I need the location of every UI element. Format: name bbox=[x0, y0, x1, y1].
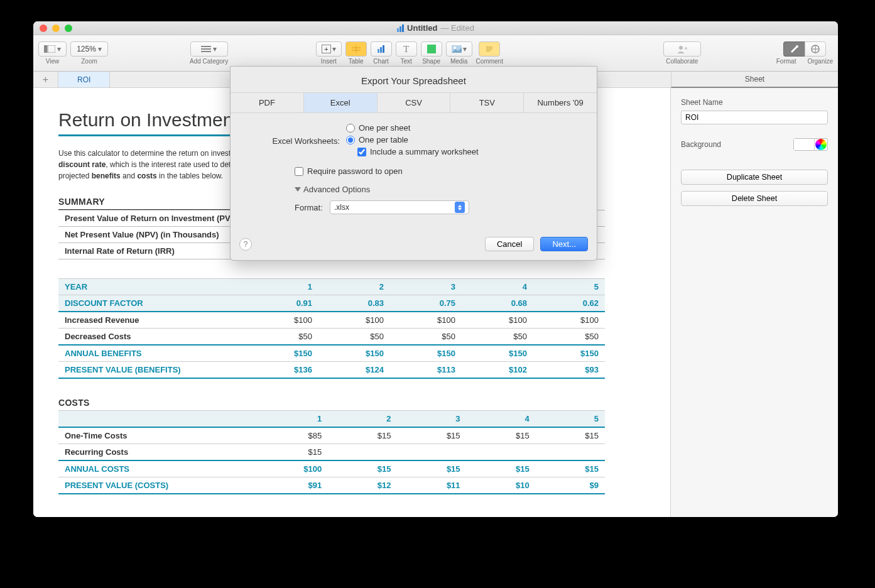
insert-button[interactable]: +▾ bbox=[316, 41, 341, 57]
chart-label: Chart bbox=[373, 58, 388, 65]
worksheets-label: Excel Worksheets: bbox=[246, 136, 346, 146]
add-category-label: Add Category bbox=[190, 58, 228, 65]
checkbox-require-password[interactable]: Require password to open bbox=[295, 166, 582, 176]
delete-sheet-button[interactable]: Delete Sheet bbox=[681, 191, 828, 206]
text-button[interactable]: T bbox=[396, 41, 417, 57]
minimize-icon[interactable] bbox=[52, 24, 60, 32]
chart-button[interactable] bbox=[371, 41, 392, 57]
zoom-button[interactable]: 125%▾ bbox=[70, 41, 108, 57]
radio-one-per-table[interactable]: One per table bbox=[346, 135, 479, 144]
media-button[interactable]: ▾ bbox=[446, 41, 472, 57]
format-button[interactable] bbox=[783, 41, 805, 57]
format-label: Format bbox=[776, 58, 796, 65]
titlebar: Untitled— Edited bbox=[33, 21, 838, 35]
insert-label: Insert bbox=[321, 58, 337, 65]
tab-excel[interactable]: Excel bbox=[304, 93, 378, 112]
svg-point-16 bbox=[796, 45, 798, 48]
svg-rect-1 bbox=[48, 45, 55, 53]
view-label: View bbox=[46, 58, 60, 65]
export-format-tabs: PDF Excel CSV TSV Numbers '09 bbox=[231, 92, 597, 113]
background-label: Background bbox=[681, 140, 721, 149]
sheet-tab-roi[interactable]: ROI bbox=[58, 72, 110, 87]
shape-button[interactable] bbox=[421, 41, 442, 57]
radio-one-per-sheet[interactable]: One per sheet bbox=[346, 123, 479, 133]
inspector-tab-sheet[interactable]: Sheet bbox=[671, 72, 838, 88]
add-category-button[interactable]: ▾ bbox=[190, 41, 228, 57]
help-button[interactable]: ? bbox=[239, 238, 252, 251]
dialog-title: Export Your Spreadsheet bbox=[231, 67, 597, 92]
svg-rect-0 bbox=[44, 45, 47, 53]
checkbox-include-summary[interactable]: Include a summary worksheet bbox=[357, 147, 479, 156]
add-sheet-button[interactable]: + bbox=[33, 72, 58, 87]
next-button[interactable]: Next... bbox=[540, 237, 588, 251]
text-label: Text bbox=[400, 58, 411, 65]
color-wheel-icon bbox=[815, 139, 827, 150]
duplicate-sheet-button[interactable]: Duplicate Sheet bbox=[681, 170, 828, 185]
export-dialog: Export Your Spreadsheet PDF Excel CSV TS… bbox=[230, 66, 597, 261]
shape-label: Shape bbox=[422, 58, 440, 65]
collaborate-button[interactable] bbox=[663, 41, 701, 57]
close-icon[interactable] bbox=[40, 24, 47, 32]
app-icon bbox=[397, 24, 404, 32]
table-label: Table bbox=[349, 58, 364, 65]
window-controls bbox=[40, 24, 72, 32]
format-label: Format: bbox=[295, 203, 330, 212]
svg-point-10 bbox=[454, 46, 456, 49]
media-label: Media bbox=[450, 58, 467, 65]
disclosure-triangle-icon bbox=[295, 187, 301, 192]
window-title: Untitled— Edited bbox=[397, 23, 474, 33]
inspector-panel: Sheet Sheet Name Background Duplicate Sh… bbox=[670, 88, 838, 517]
tab-numbers09[interactable]: Numbers '09 bbox=[524, 93, 597, 112]
comment-label: Comment bbox=[476, 58, 503, 65]
table-button[interactable] bbox=[345, 41, 367, 57]
svg-point-14 bbox=[679, 46, 683, 50]
format-select[interactable]: .xlsx bbox=[330, 200, 469, 214]
cancel-button[interactable]: Cancel bbox=[485, 237, 534, 251]
maximize-icon[interactable] bbox=[65, 24, 72, 32]
comment-button[interactable] bbox=[479, 41, 500, 57]
svg-point-15 bbox=[685, 47, 687, 50]
view-button[interactable]: ▾ bbox=[38, 41, 67, 57]
advanced-options-toggle[interactable]: Advanced Options bbox=[295, 185, 582, 194]
background-color-well[interactable] bbox=[793, 138, 828, 151]
tab-csv[interactable]: CSV bbox=[378, 93, 451, 112]
sheet-name-label: Sheet Name bbox=[681, 98, 828, 107]
benefits-table[interactable]: YEAR12345 DISCOUNT FACTOR0.910.830.750.6… bbox=[58, 278, 605, 379]
tab-tsv[interactable]: TSV bbox=[450, 93, 524, 112]
costs-heading: COSTS bbox=[58, 398, 580, 410]
select-arrows-icon bbox=[455, 202, 465, 213]
zoom-label: Zoom bbox=[81, 58, 97, 65]
organize-button[interactable] bbox=[805, 41, 826, 57]
tab-pdf[interactable]: PDF bbox=[231, 93, 304, 112]
collaborate-label: Collaborate bbox=[666, 58, 698, 65]
organize-label: Organize bbox=[807, 58, 833, 65]
costs-table[interactable]: 12345 One-Time Costs$85$15$15$15$15 Recu… bbox=[58, 410, 605, 494]
sheet-name-input[interactable] bbox=[681, 111, 828, 124]
